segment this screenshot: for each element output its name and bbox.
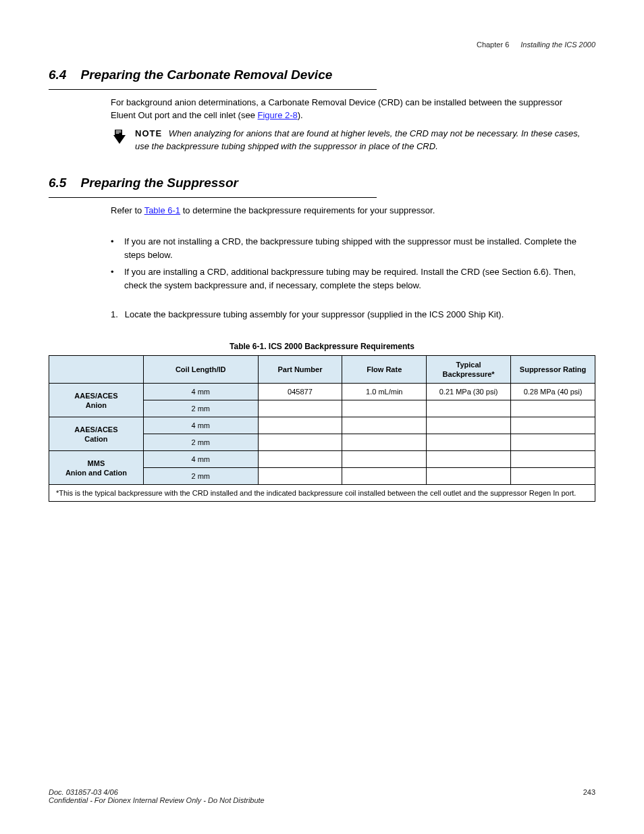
th-flow: Flow Rate xyxy=(342,355,427,384)
note-text: When analyzing for anions that are found… xyxy=(135,128,580,151)
svg-marker-4 xyxy=(113,135,126,144)
table-row: AAES/ACES Cation 4 mm xyxy=(49,417,595,434)
footer-page-number: 243 xyxy=(583,788,595,804)
note-block: NOTE When analyzing for anions that are … xyxy=(111,128,589,153)
bullet-1: • If you are installing a CRD, additiona… xyxy=(111,265,589,292)
page-header: Chapter 6 Installing the ICS 2000 xyxy=(49,41,595,49)
row-label-cation: AAES/ACES Cation xyxy=(49,417,144,451)
table-row: AAES/ACES Anion 4 mm 045877 1.0 mL/min 0… xyxy=(49,384,595,400)
th-coil: Coil Length/ID xyxy=(143,355,258,384)
th-pn: Part Number xyxy=(258,355,342,384)
table-row: MMS Anion and Cation 4 mm xyxy=(49,451,595,468)
svg-rect-3 xyxy=(116,132,119,133)
footer-doc-number: Doc. 031857-03 4/06 xyxy=(49,788,265,796)
step-1: 1. Locate the backpressure tubing assemb… xyxy=(111,308,589,321)
table-footnote: *This is the typical backpressure with t… xyxy=(49,485,595,502)
row-label-anion: AAES/ACES Anion xyxy=(49,384,144,417)
figure-link-2-8[interactable]: Figure 2-8 xyxy=(258,110,298,120)
table-caption: Table 6-1. ICS 2000 Backpressure Require… xyxy=(49,342,595,351)
section-title-6-4: 6.4 Preparing the Carbonate Removal Devi… xyxy=(49,68,377,90)
svg-rect-1 xyxy=(116,130,122,131)
section-6-4-paragraph: For background anion determinations, a C… xyxy=(111,97,589,122)
page-footer: Doc. 031857-03 4/06 Confidential - For D… xyxy=(49,788,595,804)
th-bp: Typical Backpressure* xyxy=(427,355,511,384)
th-rating: Suppressor Rating xyxy=(511,355,595,384)
svg-rect-2 xyxy=(116,132,122,132)
bullet-0: • If you are not installing a CRD, the b… xyxy=(111,235,589,261)
note-icon xyxy=(111,129,128,148)
note-prefix: NOTE xyxy=(135,128,162,138)
chapter-title: Installing the ICS 2000 xyxy=(520,41,595,49)
row-label-mms: MMS Anion and Cation xyxy=(49,451,144,485)
backpressure-table: Coil Length/ID Part Number Flow Rate Typ… xyxy=(49,355,595,502)
footer-confidential: Confidential - For Dionex Internal Revie… xyxy=(49,796,265,804)
chapter-number: Chapter 6 xyxy=(477,41,509,49)
table-link-6-1[interactable]: Table 6-1 xyxy=(144,205,180,215)
table-footnote-row: *This is the typical backpressure with t… xyxy=(49,485,595,502)
section-title-6-5: 6.5 Preparing the Suppressor xyxy=(49,176,377,198)
section-6-5-intro: Refer to Table 6-1 to determine the back… xyxy=(111,205,589,217)
th-blank xyxy=(49,355,144,384)
